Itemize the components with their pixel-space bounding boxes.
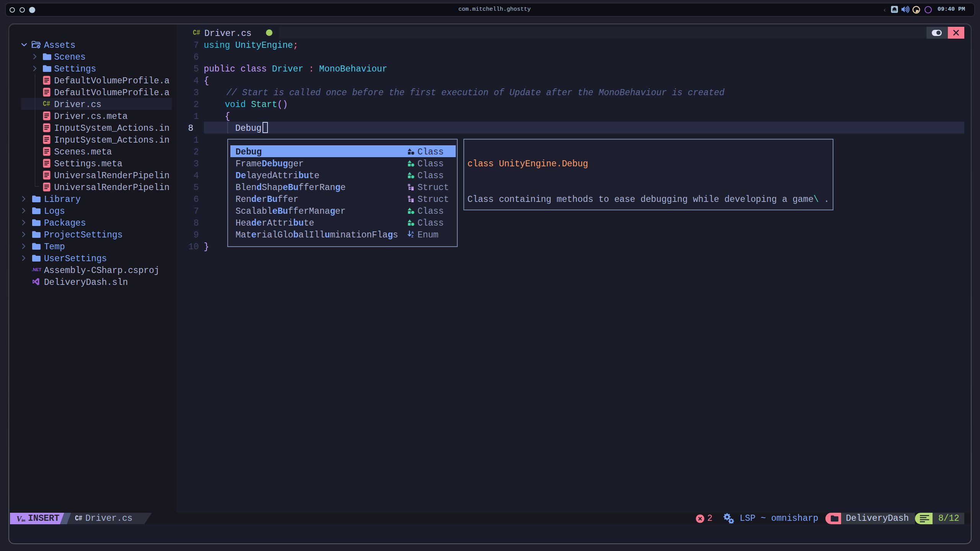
svg-text:Z: Z bbox=[411, 234, 414, 238]
svg-text:A: A bbox=[411, 231, 414, 234]
